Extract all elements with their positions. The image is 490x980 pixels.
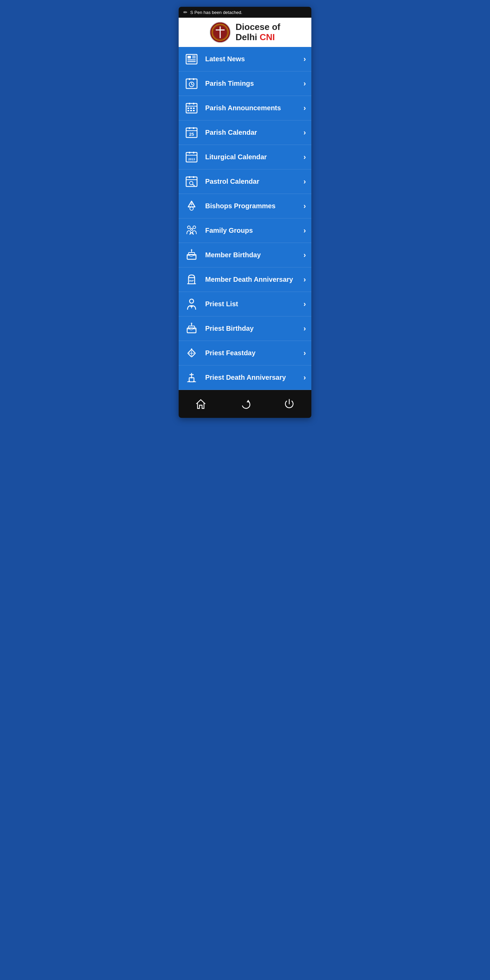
arrow-priest-feastday: › xyxy=(304,349,306,358)
svg-rect-24 xyxy=(193,108,195,109)
svg-point-48 xyxy=(190,207,193,210)
menu-item-priest-feastday[interactable]: Priest Feastday › xyxy=(179,341,311,366)
birthday-cake-icon xyxy=(184,248,199,263)
status-text: S Pen has been detached. xyxy=(190,10,242,15)
refresh-button[interactable] xyxy=(237,395,253,412)
clock-icon xyxy=(184,76,199,91)
menu-label-member-birthday: Member Birthday xyxy=(205,251,304,259)
bishop-icon xyxy=(184,199,199,214)
svg-marker-74 xyxy=(247,400,250,402)
menu-item-priest-list[interactable]: Priest List › xyxy=(179,292,311,317)
menu-label-parish-timings: Parish Timings xyxy=(205,80,304,88)
svg-rect-13 xyxy=(189,78,190,80)
menu-label-priest-list: Priest List xyxy=(205,300,304,308)
calendar-2013-icon: 2013 xyxy=(184,150,199,165)
svg-rect-40 xyxy=(193,176,194,178)
menu-item-member-birthday[interactable]: Member Birthday › xyxy=(179,243,311,267)
header-title: Diocese ofDelhi CNI xyxy=(235,22,280,43)
menu-label-bishops-programmes: Bishops Programmes xyxy=(205,202,304,210)
bottom-bar xyxy=(179,390,311,418)
svg-point-42 xyxy=(189,181,193,185)
arrow-latest-news: › xyxy=(304,55,306,64)
menu-label-priest-feastday: Priest Feastday xyxy=(205,349,304,357)
svg-rect-25 xyxy=(188,110,189,111)
svg-line-17 xyxy=(192,84,193,85)
svg-text:RIP: RIP xyxy=(189,279,194,282)
priest-icon xyxy=(184,297,199,312)
menu-label-priest-death-anniversary: Priest Death Anniversary xyxy=(205,374,304,382)
phone-container: ✏ S Pen has been detached. Diocese o xyxy=(179,7,311,418)
logo-inner xyxy=(210,22,230,42)
app-header: Diocese ofDelhi CNI xyxy=(179,18,311,47)
svg-point-53 xyxy=(191,249,192,251)
menu-item-parish-timings[interactable]: Parish Timings › xyxy=(179,72,311,96)
menu-item-member-death-anniversary[interactable]: RIP Member Death Anniversary › xyxy=(179,267,311,292)
status-bar: ✏ S Pen has been detached. xyxy=(179,7,311,18)
tombstone-icon: RIP xyxy=(184,272,199,287)
arrow-parish-announcements: › xyxy=(304,104,306,113)
calendar-grid-icon xyxy=(184,101,199,116)
power-button[interactable] xyxy=(281,395,298,412)
svg-point-69 xyxy=(191,348,192,350)
menu-label-pastrol-calendar: Pastrol Calendar xyxy=(205,178,304,185)
menu-item-parish-calendar[interactable]: 25 Parish Calendar › xyxy=(179,121,311,145)
menu-item-parish-announcements[interactable]: Parish Announcements › xyxy=(179,96,311,121)
birthday-cake2-icon xyxy=(184,321,199,336)
menu-item-priest-birthday[interactable]: Priest Birthday › xyxy=(179,317,311,341)
svg-point-49 xyxy=(188,226,190,229)
menu-item-pastrol-calendar[interactable]: Pastrol Calendar › xyxy=(179,169,311,194)
svg-rect-35 xyxy=(193,152,194,153)
svg-rect-22 xyxy=(188,108,189,109)
menu-item-liturgical-calendar[interactable]: 2013 Liturgical Calendar › xyxy=(179,145,311,169)
feastday-icon xyxy=(184,346,199,361)
svg-point-59 xyxy=(189,299,194,303)
menu-label-parish-announcements: Parish Announcements xyxy=(205,104,304,112)
arrow-parish-timings: › xyxy=(304,79,306,88)
svg-rect-19 xyxy=(189,103,190,105)
menu-label-priest-birthday: Priest Birthday xyxy=(205,325,304,332)
arrow-bishops-programmes: › xyxy=(304,202,306,211)
svg-text:25: 25 xyxy=(189,132,194,137)
pen-icon: ✏ xyxy=(183,10,188,15)
menu-item-bishops-programmes[interactable]: Bishops Programmes › xyxy=(179,194,311,218)
home-button[interactable] xyxy=(192,395,209,412)
svg-rect-7 xyxy=(188,56,191,59)
svg-point-51 xyxy=(191,228,192,231)
arrow-member-birthday: › xyxy=(304,251,306,259)
header-text: Diocese ofDelhi CNI xyxy=(235,22,280,43)
arrow-liturgical-calendar: › xyxy=(304,153,306,162)
menu-label-parish-calendar: Parish Calendar xyxy=(205,129,304,137)
svg-rect-14 xyxy=(193,78,194,80)
arrow-priest-list: › xyxy=(304,300,306,309)
menu-label-latest-news: Latest News xyxy=(205,55,304,63)
svg-rect-29 xyxy=(189,127,190,129)
menu-item-priest-death-anniversary[interactable]: Priest Death Anniversary › xyxy=(179,366,311,390)
svg-rect-23 xyxy=(190,108,192,109)
svg-rect-34 xyxy=(189,152,190,153)
svg-point-50 xyxy=(193,226,196,229)
svg-point-63 xyxy=(191,323,192,325)
menu-item-latest-news[interactable]: Latest News › xyxy=(179,47,311,72)
svg-rect-26 xyxy=(190,110,192,111)
arrow-parish-calendar: › xyxy=(304,128,306,137)
calendar-search-icon xyxy=(184,174,199,189)
menu-list: Latest News › Parish Timings › xyxy=(179,47,311,390)
arrow-member-death-anniversary: › xyxy=(304,275,306,284)
svg-rect-20 xyxy=(193,103,194,105)
arrow-family-groups: › xyxy=(304,226,306,235)
news-icon xyxy=(184,52,199,67)
svg-rect-30 xyxy=(193,127,194,129)
calendar-25-icon: 25 xyxy=(184,125,199,140)
svg-rect-39 xyxy=(189,176,190,178)
family-icon xyxy=(184,223,199,238)
menu-label-family-groups: Family Groups xyxy=(205,227,304,234)
arrow-priest-birthday: › xyxy=(304,324,306,333)
brand-cni: CNI xyxy=(259,32,275,42)
svg-line-43 xyxy=(192,185,195,186)
menu-item-family-groups[interactable]: Family Groups › xyxy=(179,218,311,243)
arrow-pastrol-calendar: › xyxy=(304,177,306,186)
menu-label-liturgical-calendar: Liturgical Calendar xyxy=(205,153,304,161)
logo xyxy=(210,22,231,43)
menu-label-member-death-anniversary: Member Death Anniversary xyxy=(205,275,304,283)
arrow-priest-death-anniversary: › xyxy=(304,373,306,382)
